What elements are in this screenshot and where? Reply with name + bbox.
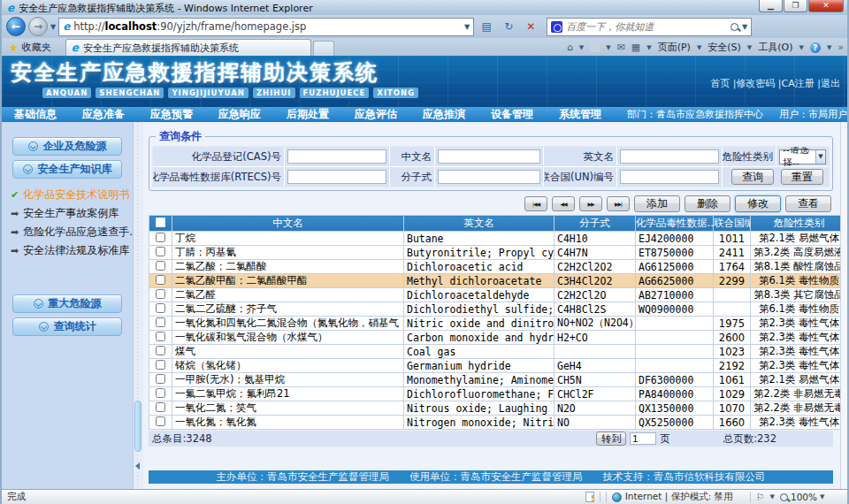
row-checkbox[interactable] (156, 261, 165, 271)
row-checkbox[interactable] (156, 416, 165, 426)
sidebar-splitter[interactable] (133, 122, 143, 489)
delete-button[interactable]: 删除 (685, 195, 730, 212)
nav-item[interactable]: 后期处置 (287, 107, 329, 122)
row-checkbox[interactable] (156, 374, 165, 384)
nav-item[interactable]: 应急响应 (218, 107, 261, 122)
url-dropdown-icon[interactable]: ▼ (464, 23, 470, 31)
forward-button[interactable]: → (28, 17, 48, 36)
sidebar-group-knowledge[interactable]: 安全生产知识库 (12, 160, 122, 179)
row-checkbox[interactable] (156, 388, 165, 398)
row-checkbox[interactable] (156, 360, 165, 370)
next-page-button[interactable]: ▶▶ (579, 196, 602, 211)
row-checkbox[interactable] (156, 247, 165, 256)
tab-active[interactable]: e 安全生产应急救援指挥辅助决策系统 (65, 39, 311, 56)
stop-button[interactable]: ✕ (521, 18, 540, 35)
print-icon[interactable]: ▦ (631, 42, 640, 53)
page-number-input[interactable] (630, 432, 656, 445)
table-row[interactable]: 二氯乙醛 Dichloroacetaldehyde C2H2Cl2O AB271… (149, 288, 841, 302)
back-button[interactable]: ← (6, 17, 26, 36)
table-row[interactable]: 一甲胺(无水)；氨基甲烷 Monomethylamine; Aminometha… (149, 373, 841, 387)
new-tab-button[interactable] (313, 41, 334, 56)
nav-item[interactable]: 系统管理 (559, 107, 601, 122)
english-name-input[interactable] (620, 149, 719, 164)
nav-item[interactable]: 应急预警 (150, 107, 193, 122)
table-row[interactable]: 一氟二氯甲烷；氟利昂21 Dichlorofluoromethane; Freo… (149, 387, 841, 401)
reset-button[interactable]: 重置 (781, 169, 823, 185)
sidebar-item[interactable]: ➡ 安全法律法规及标准库 (11, 241, 133, 260)
sidebar-item[interactable]: ➡ 安全生产事故案例库 (11, 204, 133, 223)
table-row[interactable]: 一氧化氮和四氧化二氮混合物（氮氧化物，硝基气，氧化氮气体） Nitric oxi… (149, 317, 841, 331)
sidebar-item[interactable]: ✔ 化学品安全技术说明书 (11, 186, 133, 204)
nav-item[interactable]: 应急准备 (82, 107, 125, 122)
table-row[interactable]: 一氧化氮；氧化氮 Nitrogen monoxide; Nitric oxide… (149, 416, 841, 430)
refresh-button[interactable]: ↻ (499, 18, 518, 35)
hazard-class-select[interactable]: --请选择-- ▼ (779, 149, 826, 164)
prev-page-button[interactable]: ◀◀ (552, 196, 575, 211)
nav-item[interactable]: 设备管理 (491, 107, 533, 122)
history-dropdown-icon[interactable]: ▼ (50, 23, 56, 31)
compat-caret[interactable]: ▼ (770, 493, 775, 500)
table-row[interactable]: 煤气 Coal gas 1023 第2.3类 毒性气体 (149, 345, 841, 359)
sidebar-group-major-hazard[interactable]: 重大危险源 (12, 294, 122, 313)
table-row[interactable]: 丁腈；丙基氰 Butyronitrile; Propyl cyanide C4H… (149, 246, 841, 260)
select-all-checkbox[interactable] (149, 216, 172, 232)
close-button[interactable]: ✕ (808, 0, 844, 12)
chinese-name-input[interactable] (438, 149, 540, 164)
table-row[interactable]: 二氯乙酸甲酯；二氯醋酸甲酯 Methyl dichloroacetate C3H… (149, 274, 841, 288)
favorites-button[interactable]: ★ 收藏夹 (5, 41, 58, 56)
row-checkbox[interactable] (156, 303, 165, 313)
last-page-button[interactable]: ▶▶| (607, 196, 630, 211)
un-input[interactable] (620, 170, 719, 184)
overflow-chevron-icon[interactable]: » (838, 42, 844, 53)
sidebar-item[interactable]: ➡ 危险化学品应急速查手... (11, 223, 133, 241)
compat-mode-icon[interactable]: ⚐ (756, 492, 765, 503)
search-icon[interactable] (730, 23, 738, 31)
first-page-button[interactable]: |◀◀ (524, 196, 547, 211)
url-field[interactable]: e http://localhost:90/yjzh/frame/homepag… (58, 18, 474, 36)
modify-button[interactable]: 修改 (735, 195, 781, 212)
rss-dropdown-icon[interactable]: ▼ (606, 44, 610, 51)
row-checkbox[interactable] (156, 275, 165, 285)
nav-item[interactable]: 应急评估 (355, 107, 397, 122)
add-button[interactable]: 添加 (634, 195, 680, 212)
row-checkbox[interactable] (156, 289, 165, 299)
home-icon[interactable]: ⌂ (567, 42, 573, 53)
sidebar-group-query-stats[interactable]: 查询统计 (12, 317, 122, 336)
zoom-control[interactable]: 100% ▼ (780, 492, 842, 502)
row-checkbox[interactable] (156, 346, 165, 355)
user-links[interactable]: 首页 |修改密码 |CA注册 |退出 (710, 77, 840, 90)
table-row[interactable]: 二氯乙酸；二氯醋酸 Dichloroacetic acid C2H2Cl2O2 … (149, 260, 841, 274)
table-row[interactable]: 一氧化二氮；笑气 Nitrous oxide; Laughing gas N2O… (149, 401, 841, 416)
page-alert-icon[interactable] (585, 492, 594, 502)
view-button[interactable]: 查看 (785, 195, 831, 212)
search-box[interactable]: 百度一下，你就知道 ▼ (547, 18, 752, 36)
table-row[interactable]: 丁烷 Butane C4H10 EJ4200000 1011 第2.1类 易燃气… (149, 232, 841, 246)
rss-icon[interactable] (590, 42, 600, 52)
minimize-button[interactable]: ▁ (759, 0, 783, 12)
nav-item[interactable]: 应急推演 (423, 107, 465, 122)
cas-input[interactable] (287, 149, 386, 164)
page-scrollbar[interactable] (840, 122, 847, 489)
row-checkbox[interactable] (156, 332, 165, 341)
goto-page-button[interactable]: 转到 (596, 431, 626, 446)
formula-input[interactable] (438, 170, 540, 184)
row-checkbox[interactable] (156, 317, 165, 327)
compatibility-view-icon[interactable]: ▤ (477, 18, 496, 35)
splitter-collapse-icon[interactable] (135, 462, 140, 470)
row-checkbox[interactable] (156, 402, 165, 412)
search-button[interactable]: 查询 (731, 169, 774, 185)
splitter-handle[interactable] (134, 401, 142, 452)
print-dropdown-icon[interactable]: ▼ (646, 44, 651, 51)
help-icon[interactable]: ? (810, 42, 821, 53)
menu-page[interactable]: 页面(P) (658, 41, 691, 54)
table-row[interactable]: 锗烷（氢化锗） Germanium hydride GeH4 2192 第2.3… (149, 359, 841, 373)
mail-icon[interactable]: ✉ (617, 42, 625, 53)
sidebar-group-enterprise[interactable]: 企业及危险源 (12, 137, 122, 156)
table-row[interactable]: 二氯二乙硫醚；芥子气 Dichlorodiethyl sulfide; Must… (149, 302, 841, 317)
maximize-button[interactable]: ❐ (784, 0, 807, 12)
menu-tools[interactable]: 工具(O) (758, 41, 792, 54)
home-dropdown-icon[interactable]: ▼ (579, 44, 584, 51)
search-dropdown-icon[interactable]: ▼ (742, 23, 747, 31)
table-row[interactable]: 一氧化碳和氢气混合物（水煤气） Carbon monoxide and hydr… (149, 331, 841, 345)
rtecs-input[interactable] (287, 170, 386, 184)
